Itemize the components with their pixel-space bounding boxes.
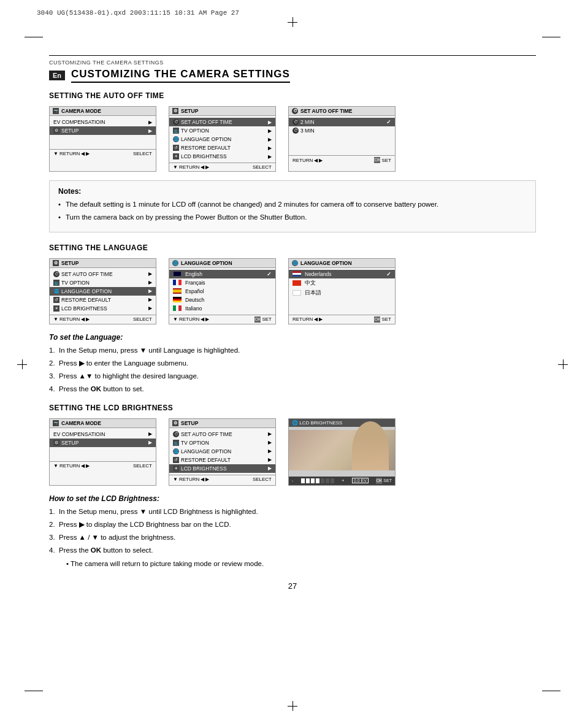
s2-lcd-body: ⏱ SET AUTO OFF TIME ▶ 📺 TV OPTION ▶ 🌐: [169, 428, 275, 475]
screen3-title: ⏱ SET AUTO OFF TIME: [289, 107, 395, 116]
category-label: CUSTOMIZING THE CAMERA SETTINGS: [49, 59, 536, 66]
timer-icon: ⏱: [173, 119, 179, 125]
screen3-footer: RETURN ◀ ▶ OK SET: [289, 155, 395, 164]
flag-cn: [292, 280, 301, 286]
lang-icon: 🌐: [173, 136, 179, 142]
ev-minus: -: [292, 478, 293, 483]
page-number: 27: [49, 581, 536, 591]
b-seg: [316, 478, 319, 483]
timer-icon: ⏱: [292, 119, 299, 125]
flag-fr: [173, 280, 182, 285]
lang-instructions: To set the Language: 1. In the Setup men…: [49, 333, 536, 395]
page-mark: [542, 691, 560, 691]
cam-row: Italiano: [169, 304, 275, 313]
lcd-step-3: 3. Press ▲ / ▼ to adjust the brightness.: [49, 532, 536, 543]
cam-row-selected: ⚙ SETUP ▶: [50, 126, 156, 135]
screen2-title: ⚙ SETUP: [169, 107, 275, 116]
cam-row: 中文: [289, 278, 395, 288]
cam-row-selected: English ✓: [169, 270, 275, 278]
s1-lcd-body: EV COMPENSATIOIN ▶ ⚙ SETUP ▶: [50, 428, 156, 449]
b-seg: [331, 478, 334, 483]
set-btn: OK SET: [376, 478, 392, 484]
s2-lcd-title: ⚙ SETUP: [169, 419, 275, 428]
flag-it: [173, 305, 182, 311]
cam-row: 📺 TV OPTION ▶: [50, 278, 156, 287]
timer-icon: ⏱: [53, 271, 59, 277]
cam-row: ↺ RESTORE DEFAULT ▶: [169, 456, 275, 464]
s1-lcd-footer: ▼ RETURN ◀ ▶ SELECT: [50, 461, 156, 470]
top-rule: [49, 55, 536, 56]
screen1-autooff: 📷 CAMERA MODE EV COMPENSATIOIN ▶ ⚙ SETUP…: [49, 106, 156, 172]
section2-heading: SETTING THE LANGUAGE: [49, 243, 536, 252]
cam-row: ☀ LCD BRIGHTNESS ▶: [169, 152, 275, 161]
notes-item-2: Turn the camera back on by pressing the …: [58, 212, 527, 223]
screen2-lang: 🌐 LANGUAGE OPTION English ✓ Français: [169, 258, 276, 324]
ev-plus: +: [342, 478, 344, 483]
b-seg: [306, 478, 310, 483]
restore-icon: ↺: [173, 145, 179, 151]
cam-row: ☀ LCD BRIGHTNESS ▶: [50, 304, 156, 313]
lang-instruction-title: To set the Language:: [49, 333, 536, 342]
cam-row: ⏱ SET AUTO OFF TIME ▶: [50, 270, 156, 278]
flag-jp: [292, 290, 301, 296]
lcd-instruction-title: How to set the LCD Brightness:: [49, 494, 536, 503]
camera-icon: 📷: [53, 108, 59, 114]
screen3-lang: 🌐 LANGUAGE OPTION Nederlands ✓ 中文: [288, 258, 396, 324]
screen3-lcd: 🌐 LCD BRIGHTNESS - + 0.0 EV: [288, 418, 396, 486]
cam-row: ↺ RESTORE DEFAULT ▶: [169, 144, 275, 152]
b-seg: [326, 478, 329, 483]
timer-icon: ⏱: [292, 108, 298, 114]
cam-row: 🌐 LANGUAGE OPTION ▶: [169, 135, 275, 144]
lang-step-4: 4. Press the OK button to set.: [49, 384, 536, 394]
brightness-bar: [301, 478, 334, 483]
lcd-step-4: 4. Press the OK button to select.: [49, 545, 536, 556]
page-mark: [25, 691, 43, 691]
screen1-title: 📷 CAMERA MODE: [50, 107, 156, 116]
cam-row: Français: [169, 278, 275, 287]
notes-box: Notes: The default setting is 1 minute f…: [49, 180, 536, 232]
cam-row-selected: ⚙ SETUP ▶: [50, 439, 156, 447]
section1-heading: SETTING THE AUTO OFF TIME: [49, 91, 536, 100]
tv-icon: 📺: [173, 128, 179, 134]
cam-row-selected: Nederlands ✓: [289, 270, 395, 278]
screen2-body: ⏱ SET AUTO OFF TIME ▶ 📺 TV OPTION ▶ 🌐: [169, 116, 275, 163]
b-seg: [301, 478, 305, 483]
section3-heading: SETTING THE LCD BRIGHTNESS: [49, 404, 536, 412]
setup-icon: ⚙: [53, 440, 59, 446]
setup-icon: ⚙: [172, 108, 178, 114]
cam-row: ↺ RESTORE DEFAULT ▶: [50, 296, 156, 304]
cam-row-selected: ☀ LCD BRIGHTNESS ▶: [169, 464, 275, 473]
s2-lang-title: 🌐 LANGUAGE OPTION: [169, 259, 275, 268]
s1-lang-title: ⚙ SETUP: [50, 259, 156, 268]
s2-lcd-footer: ▼ RETURN ◀ ▶ SELECT: [169, 475, 275, 483]
lcd-icon: ☀: [173, 153, 179, 159]
cam-row: Español: [169, 287, 275, 296]
screen3-body: ⏱ 2 MIN ✓ ⏱ 3 MIN: [289, 116, 395, 137]
screen1-lcd: 📷 CAMERA MODE EV COMPENSATIOIN ▶ ⚙ SETUP…: [49, 418, 156, 486]
cam-row: Deutsch: [169, 296, 275, 304]
lcd-step-1: 1. In the Setup menu, press ▼ until LCD …: [49, 507, 536, 517]
lang-icon: 🌐: [173, 448, 179, 454]
lcd-step-2: 2. Press ▶ to display the LCD Brightness…: [49, 519, 536, 530]
tv-icon: 📺: [53, 280, 59, 286]
lang-step-2: 2. Press ▶ to enter the Language submenu…: [49, 358, 536, 369]
page-mark: [25, 37, 43, 37]
screen1-lang: ⚙ SETUP ⏱ SET AUTO OFF TIME ▶ 📺 TV OPTIO…: [49, 258, 156, 324]
notes-title: Notes:: [58, 187, 527, 196]
lang-step-3: 3. Press ▲▼ to highlight the desired lan…: [49, 371, 536, 381]
restore-icon: ↺: [53, 297, 59, 303]
b-seg: [321, 478, 324, 483]
screen2-footer: ▼ RETURN ◀ ▶ SELECT: [169, 163, 275, 171]
ok-icon: OK: [376, 478, 382, 484]
section2-screens: ⚙ SETUP ⏱ SET AUTO OFF TIME ▶ 📺 TV OPTIO…: [49, 258, 536, 324]
lcd-icon: ☀: [173, 466, 179, 472]
cross-mark: [288, 17, 297, 27]
s1-lang-footer: ▼ RETURN ◀ ▶ SELECT: [50, 315, 156, 323]
cross-mark: [17, 359, 27, 369]
header-text: 3040 UG(513438-01).qxd 2003:11:15 10:31 …: [37, 9, 239, 17]
s2-lang-body: English ✓ Français Español: [169, 268, 275, 315]
ev-value: 0.0 EV: [352, 478, 369, 483]
setup-icon: ⚙: [172, 420, 178, 426]
lcd-title: 🌐 LCD BRIGHTNESS: [292, 420, 342, 426]
lcd-instructions: How to set the LCD Brightness: 1. In the…: [49, 494, 536, 569]
